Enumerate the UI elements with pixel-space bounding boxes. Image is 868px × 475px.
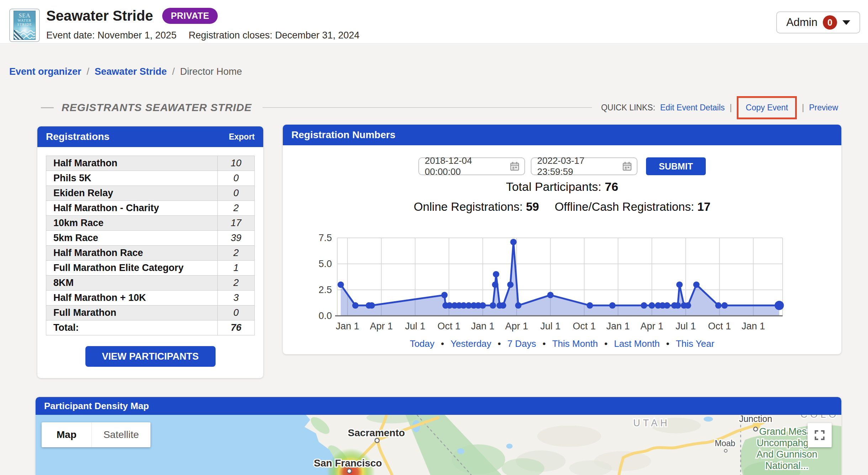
- participant-density-map-panel: Participant Density Map: [36, 397, 841, 475]
- svg-text:Oct 1: Oct 1: [438, 321, 461, 332]
- race-category-label: Half Marathon - Charity: [46, 201, 218, 216]
- page-title: Seawater Stride: [46, 8, 153, 24]
- admin-label: Admin: [786, 16, 817, 29]
- date-to-input[interactable]: 2022-03-17 23:59:59: [531, 157, 637, 175]
- registration-numbers-panel: Registration Numbers 2018-12-04 00:00:00…: [283, 125, 841, 354]
- svg-text:Oct 1: Oct 1: [573, 321, 596, 332]
- event-logo: SEA WATER STRIDE: [9, 9, 40, 42]
- breadcrumb-separator: /: [87, 66, 90, 77]
- map-graphics: Sacramento San Francisco Moab Junction U…: [36, 415, 841, 475]
- breadcrumb: Event organizer/Seawater Stride/Director…: [9, 66, 242, 77]
- range-link-yesterday[interactable]: Yesterday: [450, 338, 491, 349]
- quick-links-separator: |: [730, 103, 732, 113]
- race-category-label: Half Marathon + 10K: [46, 291, 218, 306]
- highlight-annotation-box: Copy Event: [737, 96, 797, 119]
- map-type-control: Map Satellite: [42, 422, 150, 447]
- svg-text:And Gunnison: And Gunnison: [756, 449, 817, 460]
- event-logo-image: SEA WATER STRIDE: [14, 11, 36, 40]
- race-category-count: 2: [218, 201, 255, 216]
- calendar-icon[interactable]: [509, 161, 520, 172]
- svg-text:Jul 1: Jul 1: [540, 321, 561, 332]
- table-row: Half Marathon Race2: [46, 246, 255, 261]
- map-label-moab: Moab: [715, 439, 735, 448]
- map-canvas[interactable]: Sacramento San Francisco Moab Junction U…: [36, 415, 841, 475]
- map-view-button[interactable]: Map: [42, 422, 91, 447]
- quick-link-edit-event-details[interactable]: Edit Event Details: [660, 103, 725, 113]
- svg-text:Jan 1: Jan 1: [742, 321, 765, 332]
- event-date-label: Event date: November 1, 2025: [46, 30, 176, 41]
- svg-text:Jul 1: Jul 1: [676, 321, 696, 332]
- table-row: 10km Race17: [46, 216, 255, 231]
- export-link[interactable]: Export: [229, 132, 255, 142]
- fullscreen-button[interactable]: [808, 423, 832, 447]
- registrations-chart: 0.02.55.07.5Jan 1Apr 1Jul 1Oct 1Jan 1Apr…: [295, 214, 793, 338]
- logo-line: STRIDE: [14, 22, 35, 26]
- divider: [41, 107, 54, 108]
- quick-links-separator: |: [802, 103, 804, 113]
- breadcrumb-item[interactable]: Seawater Stride: [95, 66, 167, 77]
- race-category-count: 17: [218, 216, 255, 231]
- svg-text:Jul 1: Jul 1: [405, 321, 425, 332]
- calendar-icon[interactable]: [622, 161, 633, 172]
- breadcrumb-item[interactable]: Event organizer: [9, 66, 81, 77]
- race-category-count: 39: [218, 231, 255, 246]
- range-link-separator: •: [441, 338, 444, 349]
- race-category-label: 5km Race: [46, 231, 218, 246]
- app-header: SEA WATER STRIDE Seawater Stride PRIVATE…: [0, 0, 868, 43]
- table-row: Ekiden Relay0: [46, 186, 255, 201]
- range-link-this-month[interactable]: This Month: [552, 338, 598, 349]
- race-category-count: 0: [218, 186, 255, 201]
- total-participants: Total Participants: 76: [283, 180, 841, 194]
- registrations-table: Half Marathon10Phils 5K0Ekiden Relay0Hal…: [46, 156, 255, 335]
- line-chart-svg: 0.02.55.07.5Jan 1Apr 1Jul 1Oct 1Jan 1Apr…: [295, 214, 793, 338]
- date-from-input[interactable]: 2018-12-04 00:00:00: [418, 157, 525, 175]
- svg-text:National...: National...: [765, 460, 809, 471]
- satellite-view-button[interactable]: Satellite: [91, 422, 150, 447]
- race-category-label: Half Marathon Race: [46, 246, 218, 261]
- svg-text:Jan 1: Jan 1: [336, 321, 359, 332]
- range-link-7-days[interactable]: 7 Days: [507, 338, 536, 349]
- race-category-count: 2: [218, 246, 255, 261]
- table-row: Phils 5K0: [46, 171, 255, 186]
- race-category-count: 76: [218, 320, 255, 335]
- date-to-value: 2022-03-17 23:59:59: [537, 155, 622, 177]
- range-link-separator: •: [498, 338, 501, 349]
- svg-text:Grand Mesa,: Grand Mesa,: [759, 426, 815, 437]
- race-category-label: Phils 5K: [46, 171, 218, 186]
- range-link-today[interactable]: Today: [410, 338, 434, 349]
- range-link-separator: •: [666, 338, 669, 349]
- date-from-value: 2018-12-04 00:00:00: [425, 155, 509, 177]
- race-category-label: Total:: [46, 320, 218, 335]
- map-label-utah: UTAH: [633, 418, 670, 428]
- quick-links: QUICK LINKS: Edit Event Details|Copy Eve…: [601, 103, 838, 113]
- svg-text:5.0: 5.0: [318, 259, 332, 269]
- view-participants-button[interactable]: VIEW PARTICIPANTS: [85, 346, 216, 367]
- table-row: Total:76: [46, 320, 255, 335]
- race-category-count: 0: [218, 306, 255, 320]
- divider: [263, 107, 592, 108]
- map-label-colorado: COLO: [800, 415, 839, 420]
- svg-text:Jan 1: Jan 1: [471, 321, 494, 332]
- race-category-label: Full Marathon: [46, 306, 218, 320]
- race-category-label: 8KM: [46, 276, 218, 291]
- table-row: 8KM2: [46, 276, 255, 291]
- range-link-last-month[interactable]: Last Month: [614, 338, 660, 349]
- submit-button[interactable]: SUBMIT: [646, 157, 706, 175]
- table-row: Half Marathon10: [46, 156, 255, 171]
- admin-dropdown-button[interactable]: Admin 0: [776, 11, 860, 33]
- section-title: REGISTRANTS SEAWATER STRIDE: [62, 101, 252, 114]
- private-badge: PRIVATE: [162, 8, 218, 24]
- offline-registrations: Offline/Cash Registrations: 17: [555, 200, 710, 214]
- race-category-label: Ekiden Relay: [46, 186, 218, 201]
- total-participants-label: Total Participants:: [506, 180, 601, 193]
- race-category-label: Half Marathon: [46, 156, 218, 171]
- map-label-sacramento: Sacramento: [348, 427, 405, 438]
- quick-link-preview[interactable]: Preview: [809, 103, 838, 113]
- svg-text:Oct 1: Oct 1: [708, 321, 731, 332]
- svg-text:Apr 1: Apr 1: [370, 321, 393, 332]
- total-participants-value: 76: [605, 180, 618, 193]
- quick-link-copy-event[interactable]: Copy Event: [746, 103, 788, 112]
- date-range-shortcuts: Today•Yesterday•7 Days•This Month•Last M…: [283, 338, 841, 349]
- svg-text:0.0: 0.0: [318, 310, 332, 321]
- range-link-this-year[interactable]: This Year: [676, 338, 714, 349]
